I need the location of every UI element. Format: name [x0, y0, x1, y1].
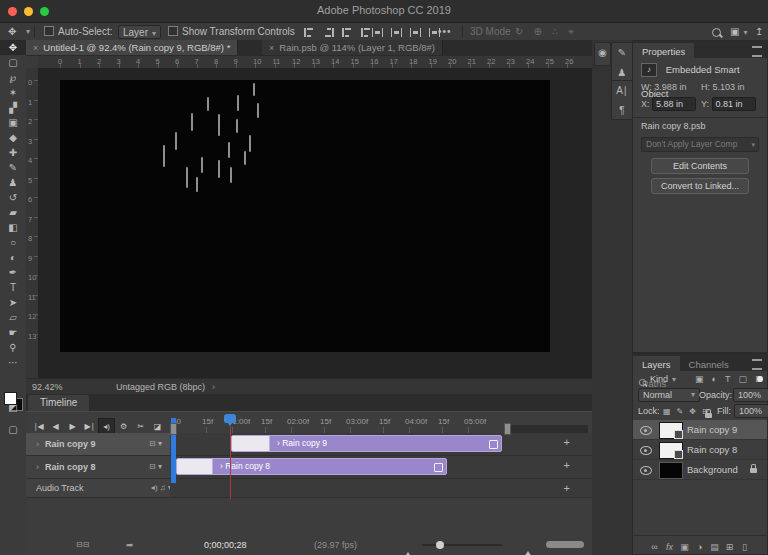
paragraph-panel-icon[interactable]: ¶: [612, 101, 632, 121]
clip-settings-icon[interactable]: [434, 463, 443, 472]
align-right-edges-icon[interactable]: [342, 28, 353, 37]
filter-toggle-icon[interactable]: [757, 376, 763, 382]
close-tab-icon[interactable]: ×: [33, 43, 38, 53]
timeline-clip[interactable]: › Rain copy 8: [176, 458, 447, 475]
history-brush-tool[interactable]: ↺: [0, 190, 26, 205]
more-align-options-button[interactable]: •••: [438, 25, 452, 38]
dolly-3d-icon[interactable]: ∴: [552, 25, 558, 38]
canvas[interactable]: [60, 80, 550, 352]
frame-tool[interactable]: ▣: [0, 115, 26, 130]
x-position-field[interactable]: 5.88 in: [652, 97, 696, 111]
zoom-tool[interactable]: ⚲: [0, 340, 26, 355]
track-header-2[interactable]: ›Rain copy 8⊟ ▾: [26, 456, 170, 479]
track-options-icon[interactable]: ⊟ ▾: [149, 433, 162, 455]
dodge-tool[interactable]: ◐: [0, 250, 26, 265]
brush-tool[interactable]: ✎: [0, 160, 26, 175]
y-position-field[interactable]: 0.81 in: [712, 97, 756, 111]
blend-mode-dropdown[interactable]: Normal▾: [638, 388, 700, 402]
layer-styles-icon[interactable]: fx: [662, 542, 677, 552]
fill-dropdown[interactable]: 100%▾: [734, 404, 768, 418]
tab-timeline[interactable]: Timeline: [28, 395, 89, 411]
layer-visibility-eye-icon[interactable]: [640, 446, 652, 455]
delete-layer-icon[interactable]: ▯: [737, 542, 752, 552]
convert-to-linked-button[interactable]: Convert to Linked...: [651, 178, 749, 194]
type-tool[interactable]: T: [0, 280, 26, 295]
pen-tool[interactable]: ✒: [0, 265, 26, 280]
clip-settings-icon[interactable]: [489, 440, 498, 449]
zoom-in-timeline-icon[interactable]: [524, 541, 532, 551]
auto-select-checkbox[interactable]: Auto-Select:: [44, 25, 112, 38]
add-media-button[interactable]: +: [564, 436, 570, 448]
track-header-3[interactable]: Audio Track◂) ♫ ▾: [26, 479, 180, 498]
close-tab-icon[interactable]: ×: [269, 43, 274, 53]
distribute-left-edges-icon[interactable]: [372, 28, 383, 37]
link-layers-icon[interactable]: ∞: [647, 542, 662, 552]
camera-3d-icon[interactable]: ⌖: [568, 25, 574, 38]
new-layer-icon[interactable]: ⊞: [722, 542, 737, 552]
path-selection-tool[interactable]: ➤: [0, 295, 26, 310]
layer-row[interactable]: Background: [633, 460, 767, 480]
search-icon[interactable]: [712, 27, 721, 40]
new-group-icon[interactable]: ▤: [707, 542, 722, 552]
distribute-horizontal-centers-icon[interactable]: [391, 28, 402, 37]
eraser-tool[interactable]: ▰: [0, 205, 26, 220]
checkbox-icon[interactable]: [44, 26, 54, 36]
track-header-1[interactable]: ›Rain copy 9⊟ ▾: [26, 433, 170, 456]
add-layer-mask-icon[interactable]: ▣: [677, 542, 692, 552]
timeline-clip[interactable]: › Rain copy 9: [231, 435, 502, 452]
lasso-tool[interactable]: ℘: [0, 70, 26, 85]
shape-layer-filter-icon[interactable]: ▢: [738, 374, 747, 384]
collapsed-panel-icon[interactable]: ◉: [595, 43, 610, 63]
layer-visibility-eye-icon[interactable]: [640, 466, 652, 475]
workspace-switcher-icon[interactable]: ▣▾: [730, 25, 747, 39]
foreground-color-swatch[interactable]: [4, 392, 17, 405]
rectangular-marquee-tool[interactable]: ▢: [0, 55, 26, 70]
spot-healing-brush-tool[interactable]: ✚: [0, 145, 26, 160]
layer-row[interactable]: Rain copy 8: [633, 440, 767, 460]
quick-selection-tool[interactable]: ✶: [0, 85, 26, 100]
work-area-end-handle[interactable]: [504, 423, 511, 435]
render-video-icon[interactable]: ➦: [126, 540, 134, 550]
new-adjustment-layer-icon[interactable]: ◑: [692, 542, 707, 552]
move-tool[interactable]: ✥: [0, 40, 26, 55]
brush-settings-panel-icon[interactable]: ✎: [612, 43, 632, 63]
edit-contents-button[interactable]: Edit Contents: [651, 158, 749, 174]
share-icon[interactable]: ↥: [755, 25, 763, 38]
hand-tool[interactable]: ☛: [0, 325, 26, 340]
opacity-dropdown[interactable]: 100%▾: [733, 388, 768, 402]
expand-track-icon[interactable]: ›: [36, 462, 39, 472]
eyedropper-tool[interactable]: ◆: [0, 130, 26, 145]
lock-image-pixels-icon[interactable]: ✎: [677, 407, 684, 416]
align-horizontal-centers-icon[interactable]: [323, 28, 334, 37]
zoom-out-timeline-icon[interactable]: [404, 542, 412, 552]
document-tab-1[interactable]: ×Untitled-1 @ 92.4% (Rain copy 9, RGB/8#…: [26, 40, 238, 55]
add-media-button[interactable]: +: [564, 459, 570, 471]
clone-stamp-tool[interactable]: ♟: [0, 175, 26, 190]
audio-track-options-icon[interactable]: ◂) ♫ ▾: [151, 479, 172, 497]
show-transform-controls-checkbox[interactable]: Show Transform Controls: [168, 25, 295, 38]
lock-position-icon[interactable]: ✥: [689, 407, 696, 416]
expand-track-icon[interactable]: ›: [36, 439, 39, 449]
document-tab-2[interactable]: ×Rain.psb @ 114% (Layer 1, RGB/8#): [262, 40, 443, 55]
audio-playback-button[interactable]: ◂): [98, 418, 115, 434]
timeline-zoom-slider-thumb[interactable]: [436, 541, 444, 549]
character-panel-icon[interactable]: A∣: [612, 81, 632, 101]
timeline-zoom-slider[interactable]: [422, 544, 502, 546]
type-layer-filter-icon[interactable]: T: [725, 374, 731, 384]
status-chevron-icon[interactable]: ›: [212, 382, 215, 392]
panel-menu-icon[interactable]: [752, 359, 762, 370]
layer-comp-dropdown[interactable]: Don't Apply Layer Comp ▾: [641, 137, 759, 152]
lock-transparent-pixels-icon[interactable]: ▦: [663, 407, 671, 416]
track-options-icon[interactable]: ⊟ ▾: [149, 456, 162, 478]
add-media-button[interactable]: +: [564, 482, 570, 494]
gradient-tool[interactable]: ◧: [0, 220, 26, 235]
auto-select-target-dropdown[interactable]: Layer▾: [118, 25, 161, 39]
tool-preset-chevron-icon[interactable]: ▾: [26, 25, 30, 38]
adjustment-layer-filter-icon[interactable]: ◐: [712, 374, 717, 384]
playhead[interactable]: [224, 414, 236, 423]
panel-menu-icon[interactable]: [752, 46, 762, 57]
filter-type-dropdown[interactable]: Kind▾: [650, 371, 676, 388]
align-left-edges-icon[interactable]: [304, 28, 315, 37]
layer-row[interactable]: Rain copy 9: [633, 420, 767, 440]
pixel-layer-filter-icon[interactable]: ▣: [695, 374, 704, 384]
